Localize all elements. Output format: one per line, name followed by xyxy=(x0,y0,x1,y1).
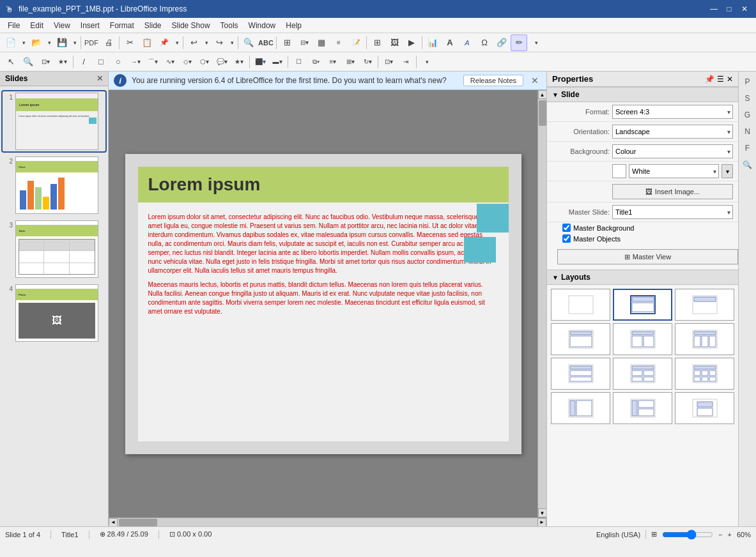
scrollbar-down[interactable]: ▼ xyxy=(538,508,547,517)
scrollbar-up[interactable]: ▲ xyxy=(538,90,547,99)
video-button[interactable]: ▶ xyxy=(403,34,420,51)
rect-button[interactable]: □ xyxy=(93,54,109,70)
format-select[interactable]: Screen 4:3 xyxy=(612,105,733,119)
layout-title-two-content[interactable] xyxy=(675,323,734,355)
slide-thumb-4[interactable]: 4 Photo 🖼 xyxy=(3,283,105,343)
draw-highlight[interactable]: ✏ xyxy=(511,34,527,51)
connector-dropdown[interactable]: ⌒▾ xyxy=(144,54,161,70)
layout-4-content[interactable] xyxy=(613,358,672,390)
insert-image-button[interactable]: 🖼 Insert Image... xyxy=(612,184,733,199)
paste-button[interactable]: 📌 xyxy=(156,34,173,51)
align-dropdown[interactable]: ≡▾ xyxy=(325,54,341,70)
hyperlink-button[interactable]: 🔗 xyxy=(493,34,510,51)
right-icon-functions[interactable]: F xyxy=(740,141,755,156)
menu-edit[interactable]: Edit xyxy=(25,20,49,31)
cut-button[interactable]: ✂ xyxy=(121,34,138,51)
layout-6-content[interactable] xyxy=(675,358,734,390)
undo-button[interactable]: ↩ xyxy=(185,34,202,51)
open-dropdown[interactable]: ▾ xyxy=(45,34,53,51)
paste-dropdown[interactable]: ▾ xyxy=(173,34,181,51)
menu-view[interactable]: View xyxy=(49,20,75,31)
maximize-button[interactable]: □ xyxy=(723,3,736,15)
background-select[interactable]: Colour xyxy=(612,144,733,158)
redo-button[interactable]: ↪ xyxy=(211,34,228,51)
arrange-dropdown[interactable]: ⧉▾ xyxy=(307,54,324,70)
find-button[interactable]: 🔍 xyxy=(240,34,257,51)
menu-file[interactable]: File xyxy=(3,20,25,31)
menu-slideshow[interactable]: Slide Show xyxy=(167,20,215,31)
menu-window[interactable]: Window xyxy=(243,20,281,31)
zoom-out-button[interactable]: − xyxy=(718,531,722,538)
layout-centered-text[interactable] xyxy=(551,323,610,355)
open-button[interactable]: 📂 xyxy=(28,34,45,51)
menu-tools[interactable]: Tools xyxy=(215,20,243,31)
release-notes-button[interactable]: Release Notes xyxy=(463,75,523,86)
menu-slide[interactable]: Slide xyxy=(139,20,167,31)
menu-help[interactable]: Help xyxy=(281,20,307,31)
ellipse-button[interactable]: ○ xyxy=(110,54,127,70)
snap-dropdown[interactable]: ⊡▾ xyxy=(380,54,397,70)
save-button[interactable]: 💾 xyxy=(54,34,70,51)
color-more-button[interactable]: ▾ xyxy=(721,164,733,178)
effects-dropdown[interactable]: ★▾ xyxy=(54,54,71,70)
master-objects-checkbox[interactable] xyxy=(562,234,571,243)
props-close-icon[interactable]: ✕ xyxy=(727,75,733,84)
copy-button[interactable]: 📋 xyxy=(139,34,155,51)
props-options-icon[interactable]: ☰ xyxy=(717,75,724,84)
master-view-button[interactable]: ⊞ Master View xyxy=(557,249,738,264)
right-icon-find[interactable]: 🔍 xyxy=(740,157,755,172)
zoom-in-button[interactable]: + xyxy=(728,531,732,538)
redo-dropdown[interactable]: ▾ xyxy=(228,34,236,51)
curve-dropdown[interactable]: ∿▾ xyxy=(162,54,178,70)
layout-blank[interactable] xyxy=(551,289,610,321)
slides-panel-close[interactable]: ✕ xyxy=(96,74,103,83)
hscroll-right[interactable]: ► xyxy=(537,518,546,527)
chart-button[interactable]: 📊 xyxy=(424,34,441,51)
zoom-pan-button[interactable]: 🔍 xyxy=(20,54,36,70)
layouts-section-header[interactable]: ▼ Layouts xyxy=(547,270,738,285)
outline-button[interactable]: ≡ xyxy=(330,34,347,51)
layout-vertical-title[interactable] xyxy=(551,392,610,424)
shapes-dropdown[interactable]: ◇▾ xyxy=(179,54,196,70)
layout-title-2row[interactable] xyxy=(551,358,610,390)
layout-vertical-two[interactable] xyxy=(613,392,672,424)
menu-insert[interactable]: Insert xyxy=(75,20,105,31)
hscroll-thumb[interactable] xyxy=(119,519,157,526)
transform-dropdown[interactable]: ⊡▾ xyxy=(37,54,54,70)
fill-color-dropdown[interactable]: ⬛▾ xyxy=(252,54,268,70)
line-button[interactable]: / xyxy=(75,54,92,70)
callout-dropdown[interactable]: 💬▾ xyxy=(213,54,230,70)
table-button[interactable]: ⊞ xyxy=(369,34,385,51)
menu-format[interactable]: Format xyxy=(105,20,139,31)
slide-thumb-3[interactable]: 3 Table xyxy=(3,219,105,279)
layout-title-only[interactable] xyxy=(675,289,734,321)
line-color-dropdown[interactable]: ▬▾ xyxy=(269,54,286,70)
fontwork-button[interactable]: A xyxy=(459,34,475,51)
info-close-button[interactable]: ✕ xyxy=(528,75,541,86)
spellcheck-button[interactable]: ABC xyxy=(258,34,274,51)
tab-order-button[interactable]: ⇥ xyxy=(397,54,414,70)
special-char-button[interactable]: Ω xyxy=(476,34,493,51)
color-preview[interactable] xyxy=(612,164,626,178)
layout-two-content[interactable] xyxy=(613,323,672,355)
group-dropdown[interactable]: ⊞▾ xyxy=(342,54,359,70)
grid-button[interactable]: ⊞ xyxy=(279,34,295,51)
toolbar-more[interactable]: ▾ xyxy=(528,34,544,51)
right-icon-gallery[interactable]: G xyxy=(740,107,755,123)
props-pin-icon[interactable]: 📌 xyxy=(705,75,714,84)
slide-thumb-1[interactable]: 1 Lorem ipsum Lorem ipsum dolor sit amet… xyxy=(3,91,105,151)
canvas-scrollbar[interactable]: ▲ ▼ xyxy=(537,90,546,517)
minimize-button[interactable]: — xyxy=(707,3,720,15)
more-tools-button[interactable]: ▾ xyxy=(419,54,435,70)
display-dropdown[interactable]: ⊟▾ xyxy=(296,34,312,51)
right-icon-styles[interactable]: S xyxy=(740,91,755,106)
stars-dropdown[interactable]: ★▾ xyxy=(231,54,247,70)
master-slide-select[interactable]: Title1 xyxy=(612,205,733,219)
new-dropdown[interactable]: ▾ xyxy=(20,34,27,51)
orientation-select[interactable]: Landscape xyxy=(612,125,733,139)
color-name-select[interactable]: White xyxy=(629,164,719,178)
rotate-dropdown[interactable]: ↻▾ xyxy=(359,54,376,70)
arrow-dropdown[interactable]: →▾ xyxy=(127,54,144,70)
layout-centered[interactable] xyxy=(675,392,734,424)
right-icon-properties[interactable]: P xyxy=(740,74,755,89)
